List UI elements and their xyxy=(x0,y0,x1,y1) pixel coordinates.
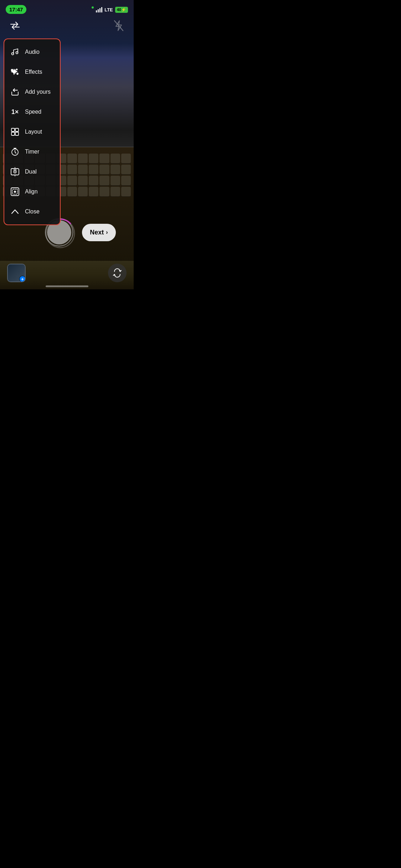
align-icon xyxy=(10,187,20,197)
flash-button[interactable] xyxy=(111,18,127,33)
svg-rect-10 xyxy=(15,132,19,135)
effects-icon: ✦ xyxy=(10,67,20,77)
menu-item-audio[interactable]: Audio xyxy=(4,42,60,62)
layout-label: Layout xyxy=(25,129,42,135)
svg-point-17 xyxy=(14,191,16,192)
speed-label: Speed xyxy=(25,109,41,115)
menu-item-dual[interactable]: Dual xyxy=(4,162,60,182)
signal-bars xyxy=(96,7,102,12)
align-label: Align xyxy=(25,188,38,195)
swap-icon xyxy=(10,21,20,30)
menu-item-layout[interactable]: Layout xyxy=(4,122,60,142)
svg-point-5 xyxy=(17,73,18,74)
svg-point-13 xyxy=(14,170,16,173)
add-yours-icon xyxy=(10,87,20,97)
menu-item-speed[interactable]: 1× Speed xyxy=(4,102,60,122)
audio-label: Audio xyxy=(25,49,40,55)
effects-label: Effects xyxy=(25,69,42,75)
gallery-add-badge: + xyxy=(19,276,26,282)
menu-item-timer[interactable]: Timer xyxy=(4,142,60,162)
add-yours-label: Add yours xyxy=(25,89,51,95)
status-right-icons: LTE 40⚡ xyxy=(92,6,128,13)
next-button[interactable]: Next › xyxy=(82,224,115,241)
swap-direction-button[interactable] xyxy=(7,18,23,33)
close-label: Close xyxy=(25,208,40,215)
lte-label: LTE xyxy=(104,7,113,12)
status-bar: 17:47 LTE 40⚡ xyxy=(0,0,134,16)
menu-item-effects[interactable]: ✦ Effects xyxy=(4,62,60,82)
menu-item-align[interactable]: Align xyxy=(4,182,60,202)
top-toolbar xyxy=(0,18,134,33)
close-chevron-icon xyxy=(10,207,20,217)
flip-camera-button[interactable] xyxy=(108,264,127,282)
timer-label: Timer xyxy=(25,149,39,155)
audio-icon xyxy=(10,47,20,57)
svg-rect-7 xyxy=(11,128,15,131)
dual-icon xyxy=(10,167,20,177)
status-time: 17:47 xyxy=(6,6,26,13)
svg-rect-9 xyxy=(11,132,15,135)
menu-item-close[interactable]: Close xyxy=(4,202,60,222)
svg-point-14 xyxy=(15,171,16,172)
side-menu-panel: Audio ✦ Effects Add yours 1× Spe xyxy=(4,38,61,225)
next-label: Next xyxy=(90,229,104,236)
signal-dot xyxy=(92,6,94,9)
flash-icon xyxy=(114,20,124,31)
timer-icon xyxy=(10,147,20,157)
svg-point-6 xyxy=(16,69,17,70)
dual-label: Dual xyxy=(25,169,37,175)
menu-item-add-yours[interactable]: Add yours xyxy=(4,82,60,102)
battery-indicator: 40⚡ xyxy=(115,7,128,13)
next-chevron-icon: › xyxy=(106,229,108,236)
layout-icon xyxy=(10,127,20,137)
svg-rect-8 xyxy=(15,128,19,131)
flip-camera-icon xyxy=(112,268,122,278)
speed-icon: 1× xyxy=(10,107,20,117)
gallery-thumbnail[interactable]: + xyxy=(7,264,26,282)
home-indicator xyxy=(46,285,88,287)
bottom-tray: + xyxy=(0,264,134,282)
svg-point-4 xyxy=(11,69,13,71)
svg-rect-12 xyxy=(11,169,19,175)
